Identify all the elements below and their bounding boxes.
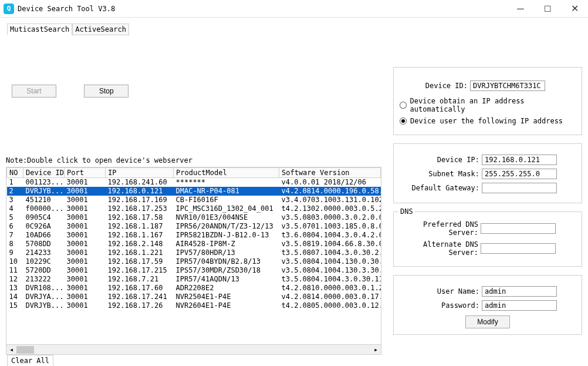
cell-model: NVR2504E1-P4E <box>174 293 279 301</box>
cell-ip: 192.168.17.26 <box>106 301 174 310</box>
scroll-left-icon[interactable]: ◂ <box>6 345 16 355</box>
cell-no: 11 <box>7 266 23 275</box>
table-row[interactable]: 1221322230001192.168.7.21IPR57/41AQDN/13… <box>7 275 381 284</box>
tabs: MuticastSearch ActiveSearch <box>7 23 588 35</box>
cell-port: 30001 <box>65 301 106 310</box>
cell-no: 4 <box>7 204 23 213</box>
table-row[interactable]: 710AD6630001192.168.1.167IPR5821BZDN-J-B… <box>7 231 381 240</box>
cell-no: 8 <box>7 240 23 249</box>
tab-muticast-search[interactable]: MuticastSearch <box>7 23 72 35</box>
start-button[interactable]: Start <box>12 85 56 98</box>
col-product-model[interactable]: ProductModel <box>174 168 279 178</box>
table-row[interactable]: 345121030001192.168.17.169CB-FI6016Fv3.4… <box>7 196 381 204</box>
col-device-id[interactable]: Device ID <box>23 168 65 178</box>
cell-model: IPR57/04BYDN/B2.8/13 <box>174 257 279 266</box>
cell-ip: 192.168.0.121 <box>106 187 174 196</box>
table-row[interactable]: 85708DD30001192.168.2.148AIR4528-IP8M-Zv… <box>7 240 381 249</box>
cell-port: 30001 <box>65 284 106 293</box>
window-title: Device Search Tool V3.8 <box>18 5 507 13</box>
cell-id: DVRJYB... <box>23 187 65 196</box>
col-port[interactable]: Port <box>65 168 106 178</box>
cell-model: AIR4528-IP8M-Z <box>174 240 279 249</box>
password-field[interactable] <box>482 300 557 311</box>
cell-id: 5708DD <box>23 240 65 249</box>
device-id-field[interactable] <box>470 80 545 91</box>
cell-no: 9 <box>7 249 23 257</box>
ip-panel: Device IP: Subnet Mask: Default Gateway: <box>393 143 582 203</box>
clear-all-button[interactable]: Clear All <box>7 355 53 366</box>
table-row[interactable]: 50905C430001192.168.17.58NVR10/01E3/004N… <box>7 213 381 222</box>
cell-port: 30001 <box>65 257 106 266</box>
device-id-label: Device ID: <box>400 82 470 90</box>
cell-ip: 192.168.17.215 <box>106 266 174 275</box>
cell-id: DVR108... <box>23 284 65 293</box>
table-row[interactable]: 14DVRJYA...30001192.168.17.241NVR2504E1-… <box>7 293 381 301</box>
pref-dns-label: Preferred DNS Server: <box>398 220 481 237</box>
table-row[interactable]: 2DVRJYB...30001192.168.0.121DMAC-NR-P04-… <box>7 187 381 196</box>
table-row[interactable]: 1010229C30001192.168.17.59IPR57/04BYDN/B… <box>7 257 381 266</box>
cell-no: 1 <box>7 178 23 187</box>
cell-no: 5 <box>7 213 23 222</box>
maximize-button[interactable]: ☐ <box>534 0 561 18</box>
auth-panel: User Name: Password: Modify <box>393 275 582 335</box>
cell-model: DMAC-NR-P04-081 <box>174 187 279 196</box>
cell-ver: v3.5.0804.1004.130.3.30.31. <box>279 266 381 275</box>
cell-ver: v3.5.0804.1004.130.0.30.31. <box>279 257 381 266</box>
radio-auto-ip[interactable] <box>400 102 407 109</box>
pref-dns-field[interactable] <box>481 223 556 234</box>
modify-button[interactable]: Modify <box>465 315 510 328</box>
col-software-version[interactable]: Software Version <box>279 168 381 178</box>
cell-id: 0C926A <box>23 222 65 231</box>
subnet-mask-field[interactable] <box>482 169 557 179</box>
cell-ver: t4.2.0805.0000.003.0.12.2.0 <box>279 301 381 310</box>
close-button[interactable]: ✕ <box>561 0 588 18</box>
cell-id: f00000... <box>23 204 65 213</box>
cell-ip: 192.168.17.169 <box>106 196 174 204</box>
title-bar: Q Device Search Tool V3.8 ─ ☐ ✕ <box>0 0 588 18</box>
col-ip[interactable]: IP <box>106 168 174 178</box>
password-label: Password: <box>400 301 482 310</box>
cell-id: 10AD66 <box>23 231 65 240</box>
col-no[interactable]: NO <box>7 168 23 178</box>
user-name-field[interactable] <box>482 286 557 297</box>
cell-ver: v4.2.0814.0000.196.0.58.0.0 <box>279 187 381 196</box>
device-table[interactable]: NO Device ID Port IP ProductModel Softwa… <box>6 167 381 355</box>
cell-port: 30001 <box>65 187 106 196</box>
cell-model: NVR10/01E3/004NSE <box>174 213 279 222</box>
table-row[interactable]: 15DVRJYB...30001192.168.17.26NVR2604E1-P… <box>7 301 381 310</box>
cell-ip: 192.168.17.60 <box>106 284 174 293</box>
stop-button[interactable]: Stop <box>84 85 129 98</box>
cell-port: 30001 <box>65 204 106 213</box>
minimize-button[interactable]: ─ <box>507 0 534 18</box>
table-row[interactable]: 1001123...30001192.168.241.60*******v4.0… <box>7 178 381 187</box>
cell-ver: t4.2.0810.0000.003.0.1.2.0 <box>279 284 381 293</box>
scroll-thumb[interactable] <box>16 346 34 354</box>
table-row[interactable]: 921423330001192.168.1.221IPV57/80HDR/13t… <box>7 249 381 257</box>
cell-ip: 192.168.1.167 <box>106 231 174 240</box>
cell-port: 30001 <box>65 240 106 249</box>
alt-dns-field[interactable] <box>481 243 556 254</box>
cell-model: CB-FI6016F <box>174 196 279 204</box>
table-row[interactable]: 13DVR108...30001192.168.17.60ADR2208E2t4… <box>7 284 381 293</box>
cell-ip: 192.168.17.253 <box>106 204 174 213</box>
table-row[interactable]: 60C926A30001192.168.1.187IPR56/20ANDN/T/… <box>7 222 381 231</box>
cell-no: 14 <box>7 293 23 301</box>
radio-manual-ip[interactable] <box>400 117 407 125</box>
cell-port: 30001 <box>65 222 106 231</box>
horizontal-scrollbar[interactable]: ◂ ▸ <box>6 344 381 354</box>
tab-active-search[interactable]: ActiveSearch <box>72 23 129 35</box>
cell-ip: 192.168.17.241 <box>106 293 174 301</box>
default-gateway-field[interactable] <box>482 183 557 193</box>
cell-id: 0905C4 <box>23 213 65 222</box>
device-ip-field[interactable] <box>482 155 557 165</box>
table-row[interactable]: 115720DD30001192.168.17.215IPS57/30MDR/Z… <box>7 266 381 275</box>
cell-port: 30001 <box>65 196 106 204</box>
cell-port: 30001 <box>65 213 106 222</box>
cell-ver: v4.0.0.01 2018/12/06 <box>279 178 381 187</box>
cell-model: IPR5821BZDN-J-B12.0-13 <box>174 231 279 240</box>
cell-port: 30001 <box>65 266 106 275</box>
table-row[interactable]: 4f00000...30001192.168.17.253IPC_MSC316D… <box>7 204 381 213</box>
cell-port: 30001 <box>65 249 106 257</box>
scroll-right-icon[interactable]: ▸ <box>371 345 381 355</box>
cell-no: 3 <box>7 196 23 204</box>
